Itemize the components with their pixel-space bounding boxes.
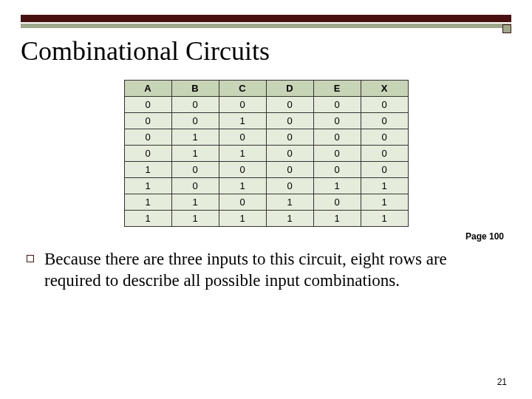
- cell: 0: [266, 129, 313, 146]
- cell: 1: [171, 129, 219, 146]
- table-row: 0 1 0 0 0 0: [124, 129, 408, 146]
- cell: 0: [361, 113, 408, 129]
- cell: 1: [124, 178, 171, 194]
- cell: 0: [313, 146, 361, 162]
- cell: 0: [266, 162, 313, 178]
- cell: 0: [219, 162, 266, 178]
- cell: 0: [361, 97, 408, 113]
- slide: Combinational Circuits A B C D E X 0 0 0…: [0, 0, 532, 399]
- truth-table: A B C D E X 0 0 0 0 0 0 0: [124, 80, 409, 227]
- col-header: B: [171, 81, 219, 97]
- cell: 1: [313, 211, 361, 227]
- square-bullet-icon: [27, 255, 34, 262]
- table-row: 1 1 0 1 0 1: [124, 194, 408, 211]
- cell: 0: [219, 97, 266, 113]
- corner-decoration: [502, 24, 511, 33]
- rule-light: [21, 24, 511, 28]
- cell: 0: [219, 129, 266, 146]
- cell: 0: [266, 146, 313, 162]
- page-reference: Page 100: [21, 231, 504, 242]
- cell: 0: [361, 129, 408, 146]
- table-body: 0 0 0 0 0 0 0 0 1 0 0 0 0 1: [124, 97, 408, 227]
- cell: 0: [266, 97, 313, 113]
- page-title: Combinational Circuits: [21, 35, 511, 66]
- cell: 0: [124, 146, 171, 162]
- rule-dark: [21, 15, 511, 22]
- cell: 1: [171, 194, 219, 211]
- col-header: X: [361, 81, 408, 97]
- col-header: A: [124, 81, 171, 97]
- cell: 1: [124, 162, 171, 178]
- cell: 1: [219, 178, 266, 194]
- body-bullet: Because there are three inputs to this c…: [21, 249, 511, 292]
- cell: 0: [124, 97, 171, 113]
- cell: 1: [219, 113, 266, 129]
- cell: 0: [361, 162, 408, 178]
- cell: 0: [266, 113, 313, 129]
- cell: 1: [266, 211, 313, 227]
- cell: 1: [124, 194, 171, 211]
- cell: 0: [171, 97, 219, 113]
- cell: 0: [171, 113, 219, 129]
- table-row: 0 1 1 0 0 0: [124, 146, 408, 162]
- cell: 0: [171, 178, 219, 194]
- cell: 0: [124, 113, 171, 129]
- col-header: E: [313, 81, 361, 97]
- col-header: C: [219, 81, 266, 97]
- cell: 0: [361, 146, 408, 162]
- cell: 1: [219, 211, 266, 227]
- table-row: 1 0 1 0 1 1: [124, 178, 408, 194]
- cell: 1: [361, 178, 408, 194]
- header-rules: [21, 15, 511, 28]
- cell: 1: [124, 211, 171, 227]
- cell: 0: [219, 194, 266, 211]
- cell: 0: [124, 129, 171, 146]
- cell: 1: [219, 146, 266, 162]
- table-row: 0 0 0 0 0 0: [124, 97, 408, 113]
- table-row: 1 1 1 1 1 1: [124, 211, 408, 227]
- cell: 1: [361, 194, 408, 211]
- cell: 0: [313, 113, 361, 129]
- table-row: 0 0 1 0 0 0: [124, 113, 408, 129]
- cell: 0: [266, 178, 313, 194]
- cell: 1: [171, 146, 219, 162]
- cell: 1: [313, 178, 361, 194]
- slide-number: 21: [497, 377, 507, 387]
- cell: 0: [171, 162, 219, 178]
- cell: 1: [266, 194, 313, 211]
- col-header: D: [266, 81, 313, 97]
- cell: 0: [313, 194, 361, 211]
- cell: 0: [313, 97, 361, 113]
- cell: 0: [313, 129, 361, 146]
- cell: 1: [171, 211, 219, 227]
- cell: 1: [361, 211, 408, 227]
- table-row: 1 0 0 0 0 0: [124, 162, 408, 178]
- body-paragraph: Because there are three inputs to this c…: [44, 249, 505, 292]
- truth-table-wrap: A B C D E X 0 0 0 0 0 0 0: [21, 80, 511, 227]
- table-header-row: A B C D E X: [124, 81, 408, 97]
- cell: 0: [313, 162, 361, 178]
